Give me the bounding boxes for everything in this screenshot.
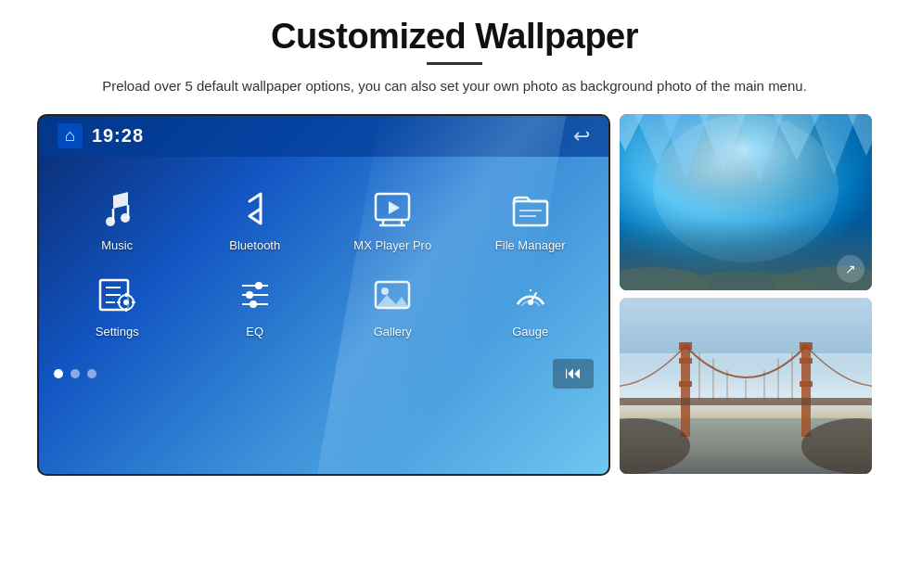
app-bluetooth-label: Bluetooth <box>229 238 280 252</box>
gauge-icon <box>506 271 555 319</box>
music-icon <box>93 185 141 233</box>
screen-header-left: ⌂ 19:28 <box>58 123 144 148</box>
dot-1[interactable] <box>54 369 63 378</box>
page-subtitle: Preload over 5 default wallpaper options… <box>102 76 807 97</box>
svg-line-34 <box>518 302 519 304</box>
apps-row-2: Settings EQ <box>39 262 608 348</box>
svg-rect-57 <box>679 381 692 387</box>
images-column: ↗ <box>620 114 872 474</box>
skip-back-icon: ⏮ <box>565 364 582 383</box>
svg-point-30 <box>381 288 389 295</box>
app-music-label: Music <box>101 238 133 252</box>
svg-rect-61 <box>800 381 813 387</box>
app-mxplayer[interactable]: MX Player Pro <box>324 175 462 262</box>
svg-line-35 <box>542 302 544 304</box>
svg-point-3 <box>121 213 130 223</box>
app-gauge[interactable]: Gauge <box>462 262 600 348</box>
dots-navigation <box>54 369 96 378</box>
svg-point-26 <box>255 282 262 289</box>
screen-header: ⌂ 19:28 ↩ <box>39 116 608 157</box>
page-title: Customized Wallpaper <box>271 17 638 57</box>
svg-point-18 <box>123 300 129 305</box>
svg-marker-31 <box>376 295 409 308</box>
svg-marker-9 <box>389 201 400 214</box>
skip-back-button[interactable]: ⏮ <box>553 359 594 389</box>
ice-cave-image: ↗ <box>620 114 872 290</box>
app-music[interactable]: Music <box>48 175 186 262</box>
gallery-icon <box>368 271 416 319</box>
bookmark-overlay: ↗ <box>837 255 864 283</box>
svg-point-50 <box>653 114 839 262</box>
eq-icon <box>231 271 279 319</box>
screen-time: 19:28 <box>92 125 144 147</box>
svg-rect-10 <box>514 201 547 225</box>
bluetooth-icon <box>231 185 279 233</box>
app-gallery-label: Gallery <box>374 325 412 339</box>
app-eq[interactable]: EQ <box>186 262 325 348</box>
svg-point-47 <box>620 267 709 290</box>
app-settings-label: Settings <box>96 325 139 339</box>
svg-rect-60 <box>800 358 813 364</box>
app-gallery[interactable]: Gallery <box>324 262 462 348</box>
app-bluetooth[interactable]: Bluetooth <box>186 175 325 262</box>
screen-footer: ⏮ <box>39 352 608 396</box>
svg-rect-56 <box>679 358 692 364</box>
svg-point-33 <box>528 300 533 305</box>
svg-rect-69 <box>620 398 872 405</box>
svg-point-28 <box>250 300 257 308</box>
filemanager-icon <box>506 185 555 233</box>
apps-row-1: Music Bluetooth <box>39 157 608 262</box>
home-button[interactable]: ⌂ <box>58 123 83 148</box>
golden-gate-image <box>620 298 872 474</box>
svg-point-2 <box>106 217 115 226</box>
title-underline <box>427 62 482 65</box>
page-wrapper: Customized Wallpaper Preload over 5 defa… <box>0 0 909 588</box>
back-icon[interactable]: ↩ <box>573 124 590 148</box>
car-screen: ⌂ 19:28 ↩ <box>37 114 610 476</box>
app-mxplayer-label: MX Player Pro <box>353 238 431 252</box>
mxplayer-icon <box>368 185 416 233</box>
app-gauge-label: Gauge <box>512 325 548 339</box>
app-filemanager-label: File Manager <box>495 238 566 252</box>
app-eq-label: EQ <box>246 325 263 339</box>
app-settings[interactable]: Settings <box>48 262 186 348</box>
home-icon: ⌂ <box>65 126 75 146</box>
app-filemanager[interactable]: File Manager <box>462 175 600 262</box>
dot-2[interactable] <box>70 369 80 378</box>
svg-point-48 <box>672 272 820 290</box>
content-row: ⌂ 19:28 ↩ <box>37 114 872 476</box>
settings-icon <box>93 271 141 319</box>
svg-point-24 <box>246 291 253 299</box>
dot-3[interactable] <box>87 369 96 378</box>
